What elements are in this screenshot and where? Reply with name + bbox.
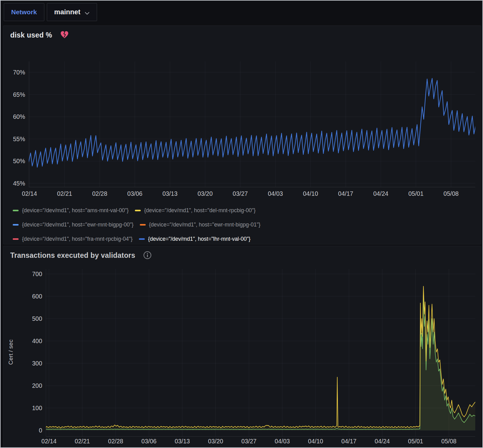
svg-text:02/21: 02/21 <box>57 190 72 197</box>
svg-text:05/01: 05/01 <box>408 438 423 445</box>
svg-text:65%: 65% <box>13 91 25 98</box>
svg-text:04/17: 04/17 <box>338 190 353 197</box>
legend-disk-used: {device="/dev/md1", host="ams-mnt-val-00… <box>13 203 260 246</box>
svg-text:04/10: 04/10 <box>308 438 323 445</box>
panel-title[interactable]: disk used % <box>10 31 52 39</box>
svg-text:100: 100 <box>32 405 42 411</box>
svg-text:Cert / sec: Cert / sec <box>7 339 14 365</box>
legend-item[interactable]: {device="/dev/md1", host="lhr-mnt-val-00… <box>139 236 250 242</box>
legend-label: {device="/dev/md1", host="ams-mnt-val-00… <box>22 207 129 214</box>
svg-text:03/27: 03/27 <box>242 438 257 445</box>
panel-disk-used: disk used % 02/1402/2102/2803/0603/1303/… <box>3 25 481 244</box>
legend-label: {device="/dev/md1", host="ewr-mnt-bigpg-… <box>149 222 261 228</box>
svg-text:02/21: 02/21 <box>75 438 90 445</box>
svg-text:500: 500 <box>32 315 42 322</box>
series-color-swatch <box>135 210 141 211</box>
chevron-down-icon <box>85 9 90 17</box>
svg-text:02/28: 02/28 <box>108 438 123 445</box>
svg-text:04/24: 04/24 <box>375 438 390 445</box>
grafana-dashboard: Network mainnet disk used % 02/1402/2102… <box>0 0 483 448</box>
svg-text:03/06: 03/06 <box>141 438 157 445</box>
svg-text:03/27: 03/27 <box>233 190 248 197</box>
legend-label: {device="/dev/md1", host="fra-mnt-rpcbig… <box>22 236 133 242</box>
svg-text:200: 200 <box>32 382 42 389</box>
panel-disk-used-header: disk used % <box>3 26 481 40</box>
svg-text:50%: 50% <box>13 158 25 164</box>
svg-text:02/14: 02/14 <box>22 190 37 197</box>
svg-text:05/01: 05/01 <box>408 190 423 197</box>
svg-text:03/06: 03/06 <box>127 190 143 197</box>
svg-text:03/13: 03/13 <box>162 190 178 197</box>
svg-text:04/24: 04/24 <box>373 190 388 197</box>
transactions-chart[interactable]: 02/1402/2102/2803/0603/1303/2003/2704/03… <box>3 265 481 448</box>
legend-item[interactable]: {device="/dev/md1", host="fra-mnt-rpcbig… <box>13 236 133 242</box>
svg-text:05/08: 05/08 <box>441 438 457 445</box>
legend-item[interactable]: {device="/dev/md1", host="ams-mnt-val-00… <box>13 207 129 214</box>
svg-text:300: 300 <box>32 360 42 367</box>
series-color-swatch <box>13 210 19 211</box>
legend-item[interactable]: {device="/dev/md1", host="ewr-mnt-bigpg-… <box>140 222 261 228</box>
svg-text:60%: 60% <box>13 113 25 120</box>
svg-text:04/10: 04/10 <box>303 190 318 197</box>
info-icon[interactable] <box>143 251 152 261</box>
network-variable-label-box: Network <box>4 3 44 21</box>
panel-title[interactable]: Transactions executed by validators <box>10 251 135 260</box>
svg-text:04/03: 04/03 <box>268 190 283 197</box>
legend-label: {device="/dev/md1", host="ewr-mnt-bigpg-… <box>22 222 134 228</box>
svg-text:600: 600 <box>32 293 42 300</box>
series-color-swatch <box>139 238 145 240</box>
svg-text:02/14: 02/14 <box>42 438 57 445</box>
svg-text:02/28: 02/28 <box>92 190 107 197</box>
variable-toolbar: Network mainnet <box>4 3 97 21</box>
broken-heart-icon <box>60 31 69 40</box>
panel-transactions: Transactions executed by validators 02/1… <box>3 246 481 448</box>
svg-text:0: 0 <box>39 427 42 434</box>
legend-label: {device="/dev/md1", host="del-mnt-rpcbig… <box>144 207 256 214</box>
svg-text:04/03: 04/03 <box>275 438 290 445</box>
svg-text:04/17: 04/17 <box>341 438 357 445</box>
svg-text:03/20: 03/20 <box>208 438 223 445</box>
series-color-swatch <box>13 224 19 226</box>
svg-text:400: 400 <box>32 338 42 344</box>
legend-label: {device="/dev/md1", host="lhr-mnt-val-00… <box>148 236 250 242</box>
series-color-swatch <box>13 238 19 240</box>
panel-transactions-header: Transactions executed by validators <box>3 246 481 261</box>
network-variable-dropdown[interactable]: mainnet <box>47 3 97 21</box>
legend-item[interactable]: {device="/dev/md1", host="del-mnt-rpcbig… <box>135 207 256 214</box>
svg-text:03/13: 03/13 <box>175 438 190 445</box>
svg-text:03/20: 03/20 <box>197 190 213 197</box>
svg-text:45%: 45% <box>13 180 25 187</box>
svg-text:70%: 70% <box>13 69 25 76</box>
legend-item[interactable]: {device="/dev/md1", host="ewr-mnt-bigpg-… <box>13 222 134 228</box>
svg-text:55%: 55% <box>13 136 25 142</box>
variable-label: Network <box>11 8 37 16</box>
svg-text:700: 700 <box>32 271 42 277</box>
series-color-swatch <box>140 224 146 226</box>
svg-text:05/08: 05/08 <box>444 190 459 197</box>
variable-value: mainnet <box>54 8 80 16</box>
disk-used-chart[interactable]: 02/1402/2102/2803/0603/1303/2003/2704/03… <box>3 57 481 203</box>
